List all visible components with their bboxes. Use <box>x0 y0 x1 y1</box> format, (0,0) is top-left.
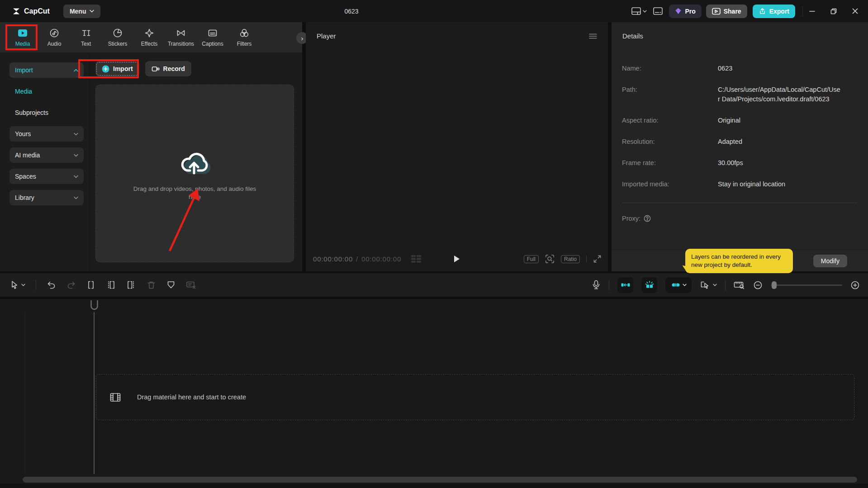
topbar-right: Pro Share Export <box>631 0 868 22</box>
chevron-down-icon <box>683 284 687 286</box>
chevron-down-icon <box>74 133 78 136</box>
horizontal-scrollbar[interactable] <box>23 477 857 483</box>
tab-label: Effects <box>141 41 157 47</box>
player-menu-button[interactable] <box>589 33 597 39</box>
share-button[interactable]: Share <box>706 5 747 18</box>
tab-effects[interactable]: Effects <box>133 28 165 47</box>
player-header: Player <box>306 22 608 50</box>
maximize-button[interactable] <box>830 8 837 14</box>
split-button[interactable] <box>86 280 95 289</box>
sidebar-item-ai-media[interactable]: AI media <box>9 147 84 163</box>
timeline-zoom-slider[interactable] <box>771 284 842 286</box>
layout-toggle-button[interactable] <box>631 7 647 15</box>
audio-icon <box>49 28 59 38</box>
time-separator: / <box>356 255 358 263</box>
cloud-upload-icon <box>176 146 213 178</box>
sidebar-item-subprojects[interactable]: Subprojects <box>9 105 84 120</box>
chevron-down-icon <box>74 196 78 199</box>
proxy-row: Proxy: <box>622 215 868 222</box>
divider <box>586 256 587 263</box>
mask-button[interactable] <box>166 280 175 289</box>
sidebar-item-media[interactable]: Media <box>9 84 84 99</box>
detail-label: Resolution: <box>622 137 718 147</box>
sidebar-item-yours[interactable]: Yours <box>9 126 84 142</box>
full-button[interactable]: Full <box>524 255 539 263</box>
detail-value: 0623 <box>718 64 841 73</box>
export-button[interactable]: Export <box>753 5 795 18</box>
delete-right-button[interactable] <box>126 280 136 289</box>
detail-value: Original <box>718 116 841 125</box>
auto-ripple-button[interactable] <box>617 277 633 293</box>
tab-captions[interactable]: Captions <box>197 28 228 47</box>
detail-value: C:/Users/user/AppData/Local/CapCut/User … <box>718 85 841 104</box>
modify-button[interactable]: Modify <box>813 255 847 267</box>
delete-text-button[interactable] <box>186 280 196 289</box>
tab-text[interactable]: Text <box>70 28 102 47</box>
minimize-button[interactable] <box>809 8 815 14</box>
undo-button[interactable] <box>47 280 56 290</box>
details-header: Details <box>612 22 868 50</box>
sidebar-item-import[interactable]: Import <box>9 62 84 78</box>
tab-media[interactable]: Media <box>7 28 38 47</box>
detail-label: Name: <box>622 64 718 73</box>
chevron-down-icon <box>90 9 94 13</box>
topbar: CapCut Menu 0623 Pro Share <box>0 0 868 22</box>
slider-track[interactable] <box>771 284 842 286</box>
tab-filters[interactable]: Filters <box>228 28 260 47</box>
zoom-in-button[interactable] <box>850 280 860 290</box>
playhead[interactable] <box>90 300 99 313</box>
tooltip-text: Layers can be reordered in every new pro… <box>691 253 781 268</box>
playhead-handle[interactable] <box>90 300 99 313</box>
tab-transitions[interactable]: Transitions <box>165 28 197 47</box>
focus-zoom-icon[interactable] <box>545 254 555 264</box>
capcut-logo-icon <box>12 7 21 15</box>
chevron-down-icon <box>21 284 25 286</box>
capcut-logo: CapCut <box>12 7 50 15</box>
import-dropzone[interactable]: Drag and drop videos, photos, and audio … <box>95 85 294 262</box>
fullscreen-icon[interactable] <box>593 255 602 263</box>
cursor-tool-button[interactable] <box>10 280 25 289</box>
zoom-out-button[interactable] <box>753 280 763 290</box>
record-button[interactable]: Record <box>145 61 191 76</box>
plus-circle-icon <box>102 65 109 73</box>
media-panel: Media Audio Text Stickers Effects Transi… <box>0 22 302 271</box>
slider-handle[interactable] <box>772 281 777 289</box>
tooltip-tail <box>681 265 689 273</box>
play-button[interactable] <box>454 255 460 263</box>
sidebar-item-label: Subprojects <box>15 109 48 116</box>
link-mode-button[interactable] <box>665 277 692 293</box>
tab-audio[interactable]: Audio <box>38 28 70 47</box>
delete-button[interactable] <box>147 280 156 290</box>
chevron-down-icon <box>74 154 78 157</box>
player-view-options: Full Ratio <box>524 254 602 264</box>
select-mode-button[interactable] <box>700 280 717 290</box>
caption-layout-button[interactable] <box>653 7 663 15</box>
total-time: 00:00:00:00 <box>361 255 401 263</box>
menu-button[interactable]: Menu <box>63 5 101 18</box>
timeline-scale-button[interactable] <box>734 280 745 290</box>
delete-left-button[interactable] <box>106 280 116 289</box>
sidebar-item-label: Media <box>15 88 32 95</box>
divider <box>36 280 36 290</box>
tab-stickers[interactable]: Stickers <box>102 28 133 47</box>
detail-row-path: Path: C:/Users/user/AppData/Local/CapCut… <box>622 85 868 104</box>
detail-value: 30.00fps <box>718 158 841 168</box>
sidebar-item-label: Spaces <box>15 173 36 180</box>
redo-button[interactable] <box>66 280 76 290</box>
record-label: Record <box>163 65 185 72</box>
timeline-dropzone[interactable]: Drag material here and start to create <box>96 374 854 420</box>
voiceover-mic-button[interactable] <box>592 280 601 290</box>
import-button[interactable]: Import <box>95 61 139 76</box>
split-preview-button[interactable] <box>641 277 657 293</box>
ratio-button[interactable]: Ratio <box>561 255 580 263</box>
stickers-icon <box>113 28 123 38</box>
media-panel-body: Import Media Subprojects Yours AI media <box>0 52 302 271</box>
pro-badge[interactable]: Pro <box>669 5 701 18</box>
timeline[interactable]: Drag material here and start to create <box>0 298 868 488</box>
close-button[interactable] <box>852 8 858 14</box>
chevron-down-icon <box>713 284 717 286</box>
filters-icon <box>239 28 249 38</box>
sidebar-item-spaces[interactable]: Spaces <box>9 169 84 184</box>
sidebar-item-library[interactable]: Library <box>9 190 84 205</box>
help-circle-icon[interactable] <box>644 215 651 222</box>
